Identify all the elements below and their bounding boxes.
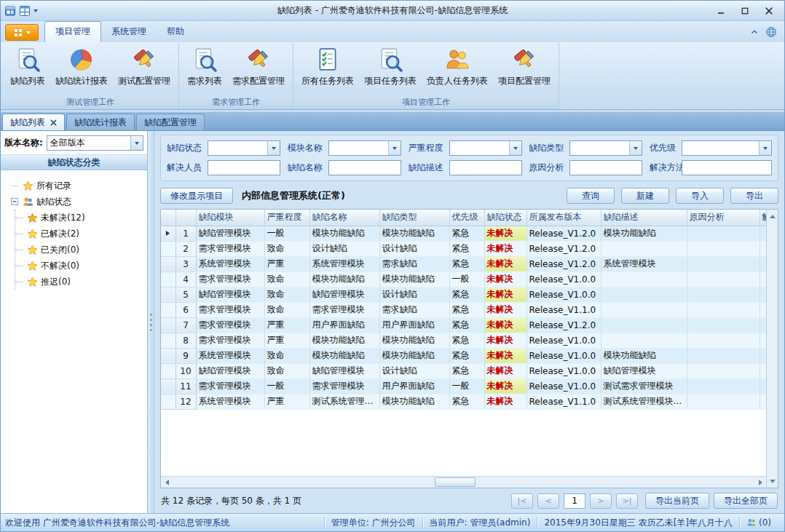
doc-tab-defect-config-mgmt[interactable]: 缺陷配置管理: [136, 114, 205, 130]
row-indicator[interactable]: [161, 256, 175, 271]
row-indicator[interactable]: [161, 348, 175, 363]
defect-name-input[interactable]: [328, 160, 401, 175]
grid-cell[interactable]: 设计缺陷: [379, 363, 449, 378]
column-header-cause-analysis[interactable]: 原因分析: [687, 210, 760, 226]
tree-item-wont-fix[interactable]: 不解决(0): [15, 258, 144, 274]
table-row[interactable]: 6需求管理模块致命需求管理模块需求缺陷紧急未解决Release_V1.1.0: [161, 302, 766, 317]
grid-cell[interactable]: [601, 241, 687, 256]
grid-cell[interactable]: 系统管理模块: [196, 394, 264, 409]
table-row[interactable]: 8需求管理模块严重模块功能缺陷模块功能缺陷紧急未解决Release_V1.0.0: [161, 333, 766, 348]
grid-cell[interactable]: [687, 333, 760, 348]
ribbon-button-defect-list[interactable]: 缺陷列表: [5, 45, 50, 89]
grid-cell[interactable]: 严重: [264, 333, 309, 348]
tree-item-resolved[interactable]: 已解决(2): [15, 226, 144, 242]
cause-analysis-input[interactable]: [569, 160, 642, 175]
grid-cell[interactable]: 需求管理模块: [196, 317, 264, 333]
grid-cell[interactable]: 模块功能缺陷: [309, 333, 379, 348]
grid-cell[interactable]: 缺陷管理模块: [196, 287, 264, 302]
column-header-solution[interactable]: 解决方法: [760, 210, 766, 226]
grid-cell[interactable]: [760, 241, 766, 256]
grid-cell[interactable]: 致命: [264, 241, 309, 256]
table-row[interactable]: 4需求管理模块致命模块功能缺陷模块功能缺陷一般未解决Release_V1.0.0: [161, 271, 766, 287]
grid-cell[interactable]: 系统管理模块: [601, 256, 687, 271]
export-current-page-button[interactable]: 导出当前页: [645, 493, 709, 509]
ribbon-button-defect-stats-report[interactable]: 缺陷统计报表: [50, 45, 113, 89]
row-indicator[interactable]: [161, 363, 175, 378]
tab-project-management[interactable]: 项目管理: [44, 21, 101, 42]
grid-cell[interactable]: 系统管理模块: [196, 256, 264, 271]
qat-dropdown-icon[interactable]: [33, 9, 38, 12]
row-indicator[interactable]: [161, 317, 175, 333]
grid-cell[interactable]: Release_V1.2.0: [526, 241, 601, 256]
grid-cell[interactable]: [760, 394, 766, 409]
scroll-down-icon[interactable]: [767, 476, 778, 486]
prev-page-button[interactable]: <: [537, 493, 559, 509]
table-row[interactable]: 10缺陷管理模块致命缺陷管理模块设计缺陷紧急未解决Release_V1.0.0缺…: [161, 363, 766, 378]
grid-cell[interactable]: 系统管理模块: [196, 348, 264, 363]
grid-cell[interactable]: Release_V1.0.0: [526, 271, 601, 287]
grid-cell[interactable]: 未解决: [484, 378, 526, 394]
grid-cell[interactable]: 设计缺陷: [379, 241, 449, 256]
row-indicator[interactable]: [161, 302, 175, 317]
module-name-filter-select[interactable]: [328, 140, 401, 156]
ribbon-button-project-task-list[interactable]: 项目任务列表: [359, 45, 422, 89]
grid-cell[interactable]: Release_V1.2.0: [526, 226, 601, 241]
tree-item-all-records[interactable]: 所有记录: [9, 178, 144, 194]
grid-cell[interactable]: 需求管理模块: [196, 302, 264, 317]
grid-cell[interactable]: 一般: [449, 378, 484, 394]
column-header-defect-type[interactable]: 缺陷类型: [379, 210, 449, 226]
tab-help[interactable]: 帮助: [157, 22, 194, 42]
grid-cell[interactable]: 需求管理模块: [196, 271, 264, 287]
grid-cell[interactable]: Release_V1.2.0: [526, 317, 601, 333]
grid-cell[interactable]: 测试系统管理模...: [309, 394, 379, 409]
grid-cell[interactable]: [601, 333, 687, 348]
doc-tab-defect-stats-report[interactable]: 缺陷统计报表: [66, 114, 135, 130]
grid-cell[interactable]: Release_V1.0.0: [526, 378, 601, 394]
grid-cell[interactable]: 未解决: [484, 394, 526, 409]
sidebar-splitter[interactable]: [148, 131, 154, 513]
grid-cell[interactable]: 模块功能缺陷: [309, 348, 379, 363]
grid-cell[interactable]: [687, 317, 760, 333]
minimize-button[interactable]: [709, 3, 733, 19]
table-row[interactable]: 12系统管理模块严重测试系统管理模...模块功能缺陷紧急未解决Release_V…: [161, 394, 766, 409]
column-header-priority[interactable]: 优先级: [449, 210, 484, 226]
grid-cell[interactable]: 测试系统管理模块...: [601, 394, 687, 409]
grid-cell[interactable]: 致命: [264, 348, 309, 363]
vertical-scrollbar[interactable]: [766, 210, 778, 488]
first-page-button[interactable]: |<: [511, 493, 533, 509]
grid-cell[interactable]: [687, 256, 760, 271]
grid-cell[interactable]: 严重: [264, 394, 309, 409]
grid-cell[interactable]: 紧急: [449, 256, 484, 271]
grid-cell[interactable]: 致命: [264, 363, 309, 378]
grid-cell[interactable]: 严重: [264, 256, 309, 271]
horizontal-scrollbar[interactable]: [161, 476, 766, 488]
grid-cell[interactable]: [601, 287, 687, 302]
grid-cell[interactable]: 模块功能缺陷: [379, 226, 449, 241]
grid-cell[interactable]: Release_V1.2.0: [526, 256, 601, 271]
doc-tab-defect-list[interactable]: 缺陷列表: [2, 114, 65, 130]
dropdown-button[interactable]: [629, 141, 642, 155]
version-select[interactable]: 全部版本: [47, 135, 143, 151]
grid-cell[interactable]: 用户界面缺陷: [379, 317, 449, 333]
grid-cell[interactable]: 用户界面缺陷: [309, 317, 379, 333]
grid-cell[interactable]: 模块功能缺陷: [379, 271, 449, 287]
globe-icon[interactable]: [765, 26, 777, 38]
grid-cell[interactable]: 需求缺陷: [379, 302, 449, 317]
grid-cell[interactable]: 用户界面缺陷: [379, 378, 449, 394]
table-row[interactable]: 1缺陷管理模块一般模块功能缺陷模块功能缺陷紧急未解决Release_V1.2.0…: [161, 226, 766, 241]
column-header-defect-name[interactable]: 缺陷名称: [309, 210, 379, 226]
row-indicator[interactable]: [161, 287, 175, 302]
grid-cell[interactable]: 未解决: [484, 317, 526, 333]
grid-cell[interactable]: [601, 271, 687, 287]
grid-cell[interactable]: 设计缺陷: [379, 287, 449, 302]
ribbon-button-requirement-list[interactable]: 需求列表: [182, 45, 227, 89]
grid-cell[interactable]: 紧急: [449, 317, 484, 333]
next-page-button[interactable]: >: [590, 493, 612, 509]
grid-cell[interactable]: 模块功能缺陷: [601, 348, 687, 363]
table-row[interactable]: 11需求管理模块一般需求管理模块用户界面缺陷一般未解决Release_V1.0.…: [161, 378, 766, 394]
solution-input[interactable]: [682, 160, 772, 175]
grid-cell[interactable]: 未解决: [484, 256, 526, 271]
grid-cell[interactable]: 紧急: [449, 287, 484, 302]
row-indicator[interactable]: [161, 333, 175, 348]
defect-type-filter-select[interactable]: [569, 140, 642, 156]
